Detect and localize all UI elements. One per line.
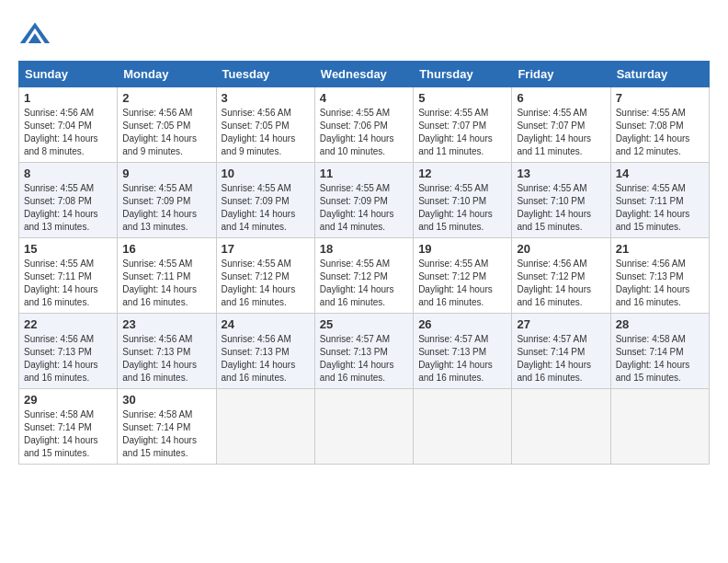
- calendar-week-row: 29Sunrise: 4:58 AMSunset: 7:14 PMDayligh…: [19, 389, 710, 465]
- calendar-day-cell: 24Sunrise: 4:56 AMSunset: 7:13 PMDayligh…: [216, 314, 314, 389]
- calendar-day-cell: 21Sunrise: 4:56 AMSunset: 7:13 PMDayligh…: [610, 238, 709, 314]
- calendar-day-cell: 5Sunrise: 4:55 AMSunset: 7:07 PMDaylight…: [414, 87, 512, 163]
- calendar-week-row: 1Sunrise: 4:56 AMSunset: 7:04 PMDaylight…: [19, 87, 710, 163]
- column-header-saturday: Saturday: [610, 62, 709, 87]
- day-info: Sunrise: 4:57 AMSunset: 7:13 PMDaylight:…: [320, 333, 408, 385]
- day-info: Sunrise: 4:55 AMSunset: 7:11 PMDaylight:…: [122, 258, 210, 309]
- day-info: Sunrise: 4:55 AMSunset: 7:09 PMDaylight:…: [320, 182, 408, 234]
- day-info: Sunrise: 4:56 AMSunset: 7:04 PMDaylight:…: [24, 107, 112, 158]
- calendar-day-cell: 29Sunrise: 4:58 AMSunset: 7:14 PMDayligh…: [19, 389, 118, 465]
- day-number: 10: [222, 167, 310, 180]
- calendar-day-cell: [610, 389, 709, 465]
- day-info: Sunrise: 4:55 AMSunset: 7:10 PMDaylight:…: [517, 182, 605, 234]
- calendar-week-row: 15Sunrise: 4:55 AMSunset: 7:11 PMDayligh…: [19, 238, 710, 314]
- calendar-week-row: 8Sunrise: 4:55 AMSunset: 7:08 PMDaylight…: [19, 163, 710, 238]
- calendar-day-cell: 27Sunrise: 4:57 AMSunset: 7:14 PMDayligh…: [512, 314, 610, 389]
- calendar-table: SundayMondayTuesdayWednesdayThursdayFrid…: [18, 61, 710, 465]
- day-info: Sunrise: 4:56 AMSunset: 7:05 PMDaylight:…: [122, 107, 210, 158]
- calendar-day-cell: 13Sunrise: 4:55 AMSunset: 7:10 PMDayligh…: [512, 163, 610, 238]
- day-info: Sunrise: 4:55 AMSunset: 7:08 PMDaylight:…: [24, 182, 112, 234]
- day-info: Sunrise: 4:55 AMSunset: 7:07 PMDaylight:…: [517, 107, 605, 158]
- day-info: Sunrise: 4:56 AMSunset: 7:13 PMDaylight:…: [122, 333, 210, 385]
- day-info: Sunrise: 4:55 AMSunset: 7:11 PMDaylight:…: [616, 182, 704, 234]
- day-info: Sunrise: 4:55 AMSunset: 7:09 PMDaylight:…: [222, 182, 310, 234]
- day-number: 27: [517, 317, 605, 331]
- day-number: 1: [24, 91, 112, 105]
- calendar-day-cell: [216, 389, 314, 465]
- calendar-day-cell: 8Sunrise: 4:55 AMSunset: 7:08 PMDaylight…: [19, 163, 118, 238]
- day-number: 6: [517, 91, 605, 105]
- day-info: Sunrise: 4:55 AMSunset: 7:11 PMDaylight:…: [24, 258, 112, 309]
- calendar-day-cell: 26Sunrise: 4:57 AMSunset: 7:13 PMDayligh…: [414, 314, 512, 389]
- day-info: Sunrise: 4:55 AMSunset: 7:12 PMDaylight:…: [222, 258, 310, 309]
- page-header: [18, 18, 710, 52]
- calendar-day-cell: 25Sunrise: 4:57 AMSunset: 7:13 PMDayligh…: [314, 314, 413, 389]
- day-number: 18: [320, 242, 408, 256]
- day-number: 13: [517, 167, 605, 180]
- day-info: Sunrise: 4:56 AMSunset: 7:13 PMDaylight:…: [24, 333, 112, 385]
- calendar-day-cell: 1Sunrise: 4:56 AMSunset: 7:04 PMDaylight…: [19, 87, 118, 163]
- day-info: Sunrise: 4:55 AMSunset: 7:06 PMDaylight:…: [320, 107, 408, 158]
- day-number: 23: [122, 317, 210, 331]
- calendar-day-cell: 4Sunrise: 4:55 AMSunset: 7:06 PMDaylight…: [314, 87, 413, 163]
- day-number: 11: [320, 167, 408, 180]
- calendar-day-cell: 28Sunrise: 4:58 AMSunset: 7:14 PMDayligh…: [610, 314, 709, 389]
- day-number: 19: [418, 242, 506, 256]
- day-info: Sunrise: 4:57 AMSunset: 7:13 PMDaylight:…: [418, 333, 506, 385]
- calendar-day-cell: 2Sunrise: 4:56 AMSunset: 7:05 PMDaylight…: [118, 87, 216, 163]
- day-number: 24: [222, 317, 310, 331]
- day-info: Sunrise: 4:55 AMSunset: 7:12 PMDaylight:…: [418, 258, 506, 309]
- day-number: 5: [418, 91, 506, 105]
- calendar-day-cell: 9Sunrise: 4:55 AMSunset: 7:09 PMDaylight…: [118, 163, 216, 238]
- day-info: Sunrise: 4:58 AMSunset: 7:14 PMDaylight:…: [616, 333, 704, 385]
- day-info: Sunrise: 4:56 AMSunset: 7:12 PMDaylight:…: [517, 258, 605, 309]
- day-number: 30: [122, 393, 210, 407]
- day-info: Sunrise: 4:56 AMSunset: 7:13 PMDaylight:…: [222, 333, 310, 385]
- day-info: Sunrise: 4:55 AMSunset: 7:09 PMDaylight:…: [122, 182, 210, 234]
- calendar-day-cell: 17Sunrise: 4:55 AMSunset: 7:12 PMDayligh…: [216, 238, 314, 314]
- day-number: 14: [616, 167, 704, 180]
- calendar-day-cell: 20Sunrise: 4:56 AMSunset: 7:12 PMDayligh…: [512, 238, 610, 314]
- calendar-week-row: 22Sunrise: 4:56 AMSunset: 7:13 PMDayligh…: [19, 314, 710, 389]
- calendar-day-cell: [314, 389, 413, 465]
- day-number: 15: [24, 242, 112, 256]
- day-info: Sunrise: 4:55 AMSunset: 7:07 PMDaylight:…: [418, 107, 506, 158]
- logo: [18, 18, 55, 52]
- column-header-friday: Friday: [512, 62, 610, 87]
- day-number: 28: [616, 317, 704, 331]
- calendar-day-cell: 10Sunrise: 4:55 AMSunset: 7:09 PMDayligh…: [216, 163, 314, 238]
- calendar-day-cell: 18Sunrise: 4:55 AMSunset: 7:12 PMDayligh…: [314, 238, 413, 314]
- calendar-day-cell: 16Sunrise: 4:55 AMSunset: 7:11 PMDayligh…: [118, 238, 216, 314]
- calendar-day-cell: 7Sunrise: 4:55 AMSunset: 7:08 PMDaylight…: [610, 87, 709, 163]
- calendar-day-cell: 14Sunrise: 4:55 AMSunset: 7:11 PMDayligh…: [610, 163, 709, 238]
- calendar-day-cell: 23Sunrise: 4:56 AMSunset: 7:13 PMDayligh…: [118, 314, 216, 389]
- calendar-day-cell: 3Sunrise: 4:56 AMSunset: 7:05 PMDaylight…: [216, 87, 314, 163]
- calendar-day-cell: 15Sunrise: 4:55 AMSunset: 7:11 PMDayligh…: [19, 238, 118, 314]
- day-info: Sunrise: 4:56 AMSunset: 7:05 PMDaylight:…: [222, 107, 310, 158]
- day-number: 25: [320, 317, 408, 331]
- day-number: 26: [418, 317, 506, 331]
- calendar-day-cell: [512, 389, 610, 465]
- day-info: Sunrise: 4:58 AMSunset: 7:14 PMDaylight:…: [122, 408, 210, 460]
- day-number: 3: [222, 91, 310, 105]
- column-header-tuesday: Tuesday: [216, 62, 314, 87]
- calendar-day-cell: 30Sunrise: 4:58 AMSunset: 7:14 PMDayligh…: [118, 389, 216, 465]
- day-number: 16: [122, 242, 210, 256]
- column-header-monday: Monday: [118, 62, 216, 87]
- day-info: Sunrise: 4:55 AMSunset: 7:10 PMDaylight:…: [418, 182, 506, 234]
- day-number: 17: [222, 242, 310, 256]
- day-number: 12: [418, 167, 506, 180]
- column-header-thursday: Thursday: [414, 62, 512, 87]
- calendar-day-cell: 6Sunrise: 4:55 AMSunset: 7:07 PMDaylight…: [512, 87, 610, 163]
- day-info: Sunrise: 4:57 AMSunset: 7:14 PMDaylight:…: [517, 333, 605, 385]
- calendar-header-row: SundayMondayTuesdayWednesdayThursdayFrid…: [19, 62, 710, 87]
- column-header-wednesday: Wednesday: [314, 62, 413, 87]
- calendar-day-cell: [414, 389, 512, 465]
- calendar-day-cell: 19Sunrise: 4:55 AMSunset: 7:12 PMDayligh…: [414, 238, 512, 314]
- calendar-day-cell: 12Sunrise: 4:55 AMSunset: 7:10 PMDayligh…: [414, 163, 512, 238]
- day-info: Sunrise: 4:56 AMSunset: 7:13 PMDaylight:…: [616, 258, 704, 309]
- calendar-day-cell: 11Sunrise: 4:55 AMSunset: 7:09 PMDayligh…: [314, 163, 413, 238]
- day-number: 9: [122, 167, 210, 180]
- day-info: Sunrise: 4:55 AMSunset: 7:12 PMDaylight:…: [320, 258, 408, 309]
- day-number: 20: [517, 242, 605, 256]
